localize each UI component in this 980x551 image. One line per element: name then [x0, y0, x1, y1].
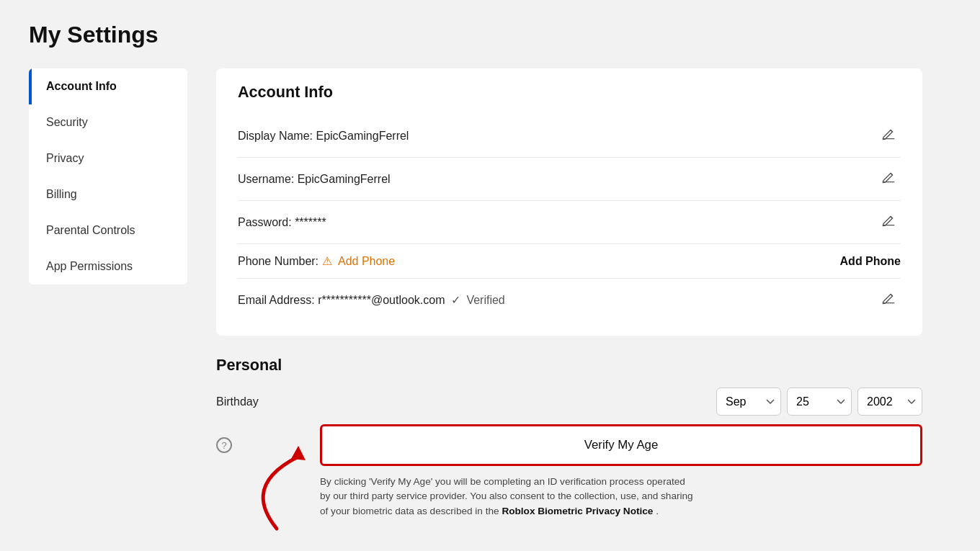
sidebar-item-privacy[interactable]: Privacy [29, 140, 187, 176]
svg-rect-2 [883, 225, 895, 225]
sidebar: Account Info Security Privacy Billing Pa… [29, 68, 187, 285]
add-phone-button[interactable]: Add Phone [840, 255, 901, 268]
password-label: Password: ******* [238, 216, 876, 229]
warning-icon: ⚠ [322, 255, 332, 267]
account-info-title: Account Info [238, 83, 901, 102]
sidebar-item-billing[interactable]: Billing [29, 176, 187, 212]
svg-marker-4 [291, 446, 306, 460]
display-name-row: Display Name: EpicGamingFerrel [238, 115, 901, 158]
username-row: Username: EpicGamingFerrel [238, 158, 901, 201]
edit-icon [882, 292, 895, 305]
page-title: My Settings [29, 22, 951, 48]
help-icon[interactable]: ? [216, 437, 232, 453]
birthday-year-select[interactable]: 2002 [858, 388, 922, 416]
email-row: Email Address: r***********@outlook.com … [238, 279, 901, 321]
biometric-notice-link[interactable]: Roblox Biometric Privacy Notice [502, 506, 653, 516]
verify-age-button[interactable]: Verify My Age [320, 424, 922, 466]
edit-icon [882, 171, 895, 184]
birthday-selects: Sep Jan Feb Mar Apr May Jun Jul Aug Oct … [716, 388, 922, 416]
birthday-month-select[interactable]: Sep Jan Feb Mar Apr May Jun Jul Aug Oct … [716, 388, 781, 416]
edit-icon [882, 214, 895, 227]
sidebar-item-app-permissions[interactable]: App Permissions [29, 248, 187, 285]
sidebar-item-parental-controls[interactable]: Parental Controls [29, 212, 187, 248]
sidebar-item-security[interactable]: Security [29, 104, 187, 140]
verify-row: ? Verify My Age B [216, 424, 922, 535]
birthday-label: Birthday [216, 395, 716, 408]
edit-icon [882, 127, 895, 140]
verified-text: Verified [466, 294, 504, 306]
svg-rect-1 [883, 182, 895, 182]
svg-rect-0 [883, 138, 895, 139]
password-row: Password: ******* [238, 201, 901, 244]
personal-title: Personal [216, 356, 922, 375]
password-edit-button[interactable] [876, 211, 901, 233]
verify-description: By clicking 'Verify My Age' you will be … [320, 475, 695, 519]
red-arrow [241, 439, 327, 535]
display-name-edit-button[interactable] [876, 125, 901, 147]
sidebar-item-account-info[interactable]: Account Info [29, 68, 187, 104]
username-edit-button[interactable] [876, 168, 901, 190]
account-info-section: Account Info Display Name: EpicGamingFer… [216, 68, 922, 336]
verify-area: Verify My Age By clicking 'Verify My Age… [241, 424, 922, 535]
phone-label: Phone Number: ⚠ Add Phone [238, 254, 840, 268]
email-edit-button[interactable] [876, 289, 901, 311]
add-phone-inline-link[interactable]: Add Phone [338, 255, 395, 267]
main-content: Account Info Display Name: EpicGamingFer… [187, 68, 951, 535]
help-icon-area: ? [216, 434, 232, 453]
birthday-day-select[interactable]: 25 [787, 388, 852, 416]
verified-checkmark: ✓ [451, 294, 460, 306]
svg-rect-3 [883, 303, 895, 303]
personal-section: Personal Birthday Sep Jan Feb Mar Apr Ma… [216, 356, 922, 535]
phone-row: Phone Number: ⚠ Add Phone Add Phone [238, 244, 901, 279]
display-name-label: Display Name: EpicGamingFerrel [238, 130, 876, 143]
username-label: Username: EpicGamingFerrel [238, 173, 876, 186]
birthday-row: Birthday Sep Jan Feb Mar Apr May Jun Jul… [216, 388, 922, 416]
verify-age-area: Verify My Age By clicking 'Verify My Age… [320, 424, 922, 519]
email-label: Email Address: r***********@outlook.com … [238, 293, 876, 307]
